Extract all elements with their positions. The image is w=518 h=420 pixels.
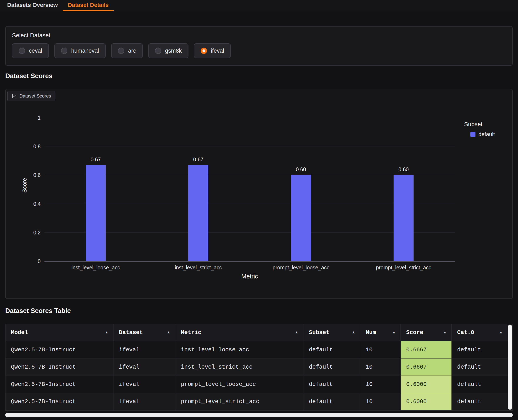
cell-score: 0.6667	[401, 341, 452, 359]
radio-option-ceval[interactable]: ceval	[12, 43, 49, 58]
x-axis-title: Metric	[44, 273, 455, 280]
radio-option-label: ifeval	[211, 48, 224, 54]
table-header-row: Model ▲ Dataset ▲ Metric ▲ Subset ▲ Num	[6, 324, 507, 341]
page: Datasets Overview Dataset Details Select…	[0, 0, 518, 420]
x-axis-tick: prompt_level_loose_acc	[250, 264, 352, 271]
chart-tab-dataset-scores[interactable]: Dataset Scores	[7, 91, 55, 101]
cell-metric: prompt_level_loose_acc	[175, 376, 303, 393]
cell-dataset: ifeval	[113, 393, 175, 410]
cell-num: 10	[360, 376, 401, 393]
bar-default	[188, 165, 208, 261]
radio-option-humaneval[interactable]: humaneval	[54, 43, 106, 58]
radio-selected-icon	[201, 48, 207, 54]
sort-asc-icon[interactable]: ▲	[353, 330, 355, 335]
cell-score: 0.6000	[401, 376, 452, 393]
x-axis-category-labels: inst_level_loose_acc inst_level_strict_a…	[44, 264, 455, 271]
y-axis-tick: 0.8	[33, 143, 41, 150]
col-header-subset[interactable]: Subset ▲	[303, 324, 360, 341]
cell-num: 10	[360, 359, 401, 376]
table-row: Qwen2.5-7B-Instruct ifeval inst_level_st…	[6, 359, 507, 376]
col-header-label: Metric	[181, 330, 201, 336]
sort-asc-icon[interactable]: ▲	[500, 330, 502, 335]
cell-metric: inst_level_loose_acc	[175, 341, 303, 359]
col-header-metric[interactable]: Metric ▲	[175, 324, 303, 341]
cell-cat0: default	[452, 393, 507, 410]
legend-entry-label: default	[478, 131, 495, 138]
bar-series-default: 0.67 0.67 0.60 0.60	[44, 118, 455, 261]
vertical-scrollbar[interactable]	[508, 325, 512, 410]
radio-option-gsm8k[interactable]: gsm8k	[148, 43, 189, 58]
col-header-score[interactable]: Score ▲	[401, 324, 452, 341]
y-axis-tick: 1	[38, 115, 41, 121]
section-title-dataset-scores-table: Dataset Scores Table	[5, 307, 513, 315]
cell-subset: default	[303, 359, 360, 376]
bar-default	[393, 175, 414, 261]
radio-option-label: arc	[128, 48, 136, 54]
table-row: Qwen2.5-7B-Instruct ifeval inst_level_lo…	[6, 341, 507, 359]
radio-option-arc[interactable]: arc	[111, 43, 143, 58]
tab-datasets-overview[interactable]: Datasets Overview	[2, 0, 63, 11]
dataset-scores-table: Model ▲ Dataset ▲ Metric ▲ Subset ▲ Num	[5, 324, 513, 411]
radio-option-ifeval[interactable]: ifeval	[194, 43, 231, 58]
sort-asc-icon[interactable]: ▲	[393, 330, 395, 335]
cell-subset: default	[303, 393, 360, 410]
table: Model ▲ Dataset ▲ Metric ▲ Subset ▲ Num	[6, 324, 507, 410]
y-axis-title: Score	[22, 164, 28, 206]
legend-swatch	[470, 132, 475, 137]
cell-dataset: ifeval	[113, 376, 175, 393]
sort-asc-icon[interactable]: ▲	[106, 330, 108, 335]
tabbar: Datasets Overview Dataset Details	[0, 0, 518, 11]
table-row: Qwen2.5-7B-Instruct ifeval prompt_level_…	[6, 376, 507, 393]
cell-subset: default	[303, 341, 360, 359]
col-header-label: Model	[11, 330, 28, 336]
bar-default	[86, 165, 106, 261]
col-header-label: Subset	[309, 330, 329, 336]
col-header-label: Cat.0	[457, 330, 474, 336]
bar-chart-plot-area: 0 0.2 0.4 0.6 0.8 1 0.67 0.67 0.60	[44, 118, 455, 262]
cell-model: Qwen2.5-7B-Instruct	[6, 376, 113, 393]
y-axis-tick: 0.4	[33, 201, 41, 207]
bar-slot: 0.60	[250, 118, 352, 261]
legend-entry-default[interactable]: default	[470, 131, 495, 138]
horizontal-scrollbar[interactable]	[5, 413, 513, 417]
sort-asc-icon[interactable]: ▲	[296, 330, 298, 335]
select-dataset-label: Select Dataset	[12, 32, 506, 39]
bar-value-label: 0.67	[193, 157, 204, 163]
radio-option-label: gsm8k	[165, 48, 182, 54]
tab-dataset-details[interactable]: Dataset Details	[63, 0, 114, 11]
radio-option-label: ceval	[29, 48, 42, 54]
cell-model: Qwen2.5-7B-Instruct	[6, 393, 113, 410]
dataset-radio-group: ceval humaneval arc gsm8k ifeval	[12, 43, 506, 58]
cell-metric: inst_level_strict_acc	[175, 359, 303, 376]
col-header-label: Dataset	[119, 330, 143, 336]
col-header-cat0[interactable]: Cat.0 ▲	[452, 324, 507, 341]
cell-score: 0.6000	[401, 393, 452, 410]
chart-tab-label: Dataset Scores	[19, 93, 51, 99]
col-header-label: Num	[366, 330, 376, 336]
bar-value-label: 0.60	[398, 166, 409, 172]
cell-metric: prompt_level_strict_acc	[175, 393, 303, 410]
y-axis-tick: 0.6	[33, 172, 41, 178]
bar-slot: 0.60	[352, 118, 455, 261]
sort-asc-icon[interactable]: ▲	[168, 330, 170, 335]
cell-num: 10	[360, 341, 401, 359]
sort-asc-icon[interactable]: ▲	[444, 330, 446, 335]
bar-slot: 0.67	[147, 118, 250, 261]
col-header-num[interactable]: Num ▲	[360, 324, 401, 341]
table-row: Qwen2.5-7B-Instruct ifeval prompt_level_…	[6, 393, 507, 410]
col-header-model[interactable]: Model ▲	[6, 324, 113, 341]
radio-unselected-icon	[19, 48, 25, 54]
bar-value-label: 0.60	[296, 166, 306, 172]
radio-unselected-icon	[155, 48, 161, 54]
cell-cat0: default	[452, 359, 507, 376]
col-header-dataset[interactable]: Dataset ▲	[113, 324, 175, 341]
x-axis-tick: inst_level_strict_acc	[147, 264, 250, 271]
bar-value-label: 0.67	[90, 157, 101, 163]
legend-title: Subset	[464, 121, 495, 128]
x-axis-tick: inst_level_loose_acc	[44, 264, 147, 271]
cell-dataset: ifeval	[113, 359, 175, 376]
chart-panel: Dataset Scores Score 0 0.2 0.4 0.6 0.8 1…	[5, 89, 513, 299]
cell-subset: default	[303, 376, 360, 393]
x-axis-tick: prompt_level_strict_acc	[352, 264, 455, 271]
cell-model: Qwen2.5-7B-Instruct	[6, 341, 113, 359]
